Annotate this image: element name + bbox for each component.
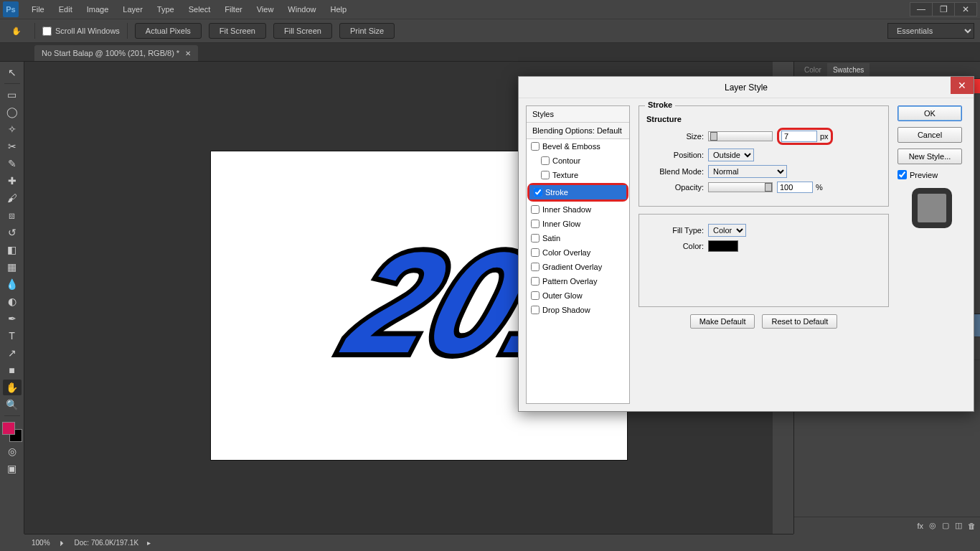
- position-select[interactable]: Outside: [708, 149, 754, 161]
- dialog-titlebar[interactable]: Layer Style ✕: [519, 77, 974, 98]
- menu-help[interactable]: Help: [323, 2, 354, 17]
- opacity-slider[interactable]: [708, 182, 773, 192]
- menu-view[interactable]: View: [250, 2, 281, 17]
- eraser-tool-icon[interactable]: ◧: [3, 242, 22, 258]
- gradient-overlay-item[interactable]: Gradient Overlay: [527, 260, 629, 274]
- inner-glow-item[interactable]: Inner Glow: [527, 217, 629, 231]
- foreground-color[interactable]: [2, 422, 15, 435]
- inner-shadow-item[interactable]: Inner Shadow: [527, 202, 629, 217]
- stroke-section-title: Stroke: [645, 100, 675, 109]
- color-label: Color:: [646, 242, 704, 250]
- trash-icon[interactable]: 🗑: [968, 522, 976, 530]
- fill-fieldset: Fill Type: Color Color:: [639, 214, 889, 307]
- menu-layer[interactable]: Layer: [116, 2, 150, 17]
- menu-window[interactable]: Window: [281, 2, 323, 17]
- document-tab-title: No Start Balap @ 100% (201, RGB/8) *: [42, 49, 179, 57]
- make-default-button[interactable]: Make Default: [690, 314, 755, 329]
- status-expand-icon[interactable]: ⏵: [59, 539, 66, 547]
- color-tab[interactable]: Color: [798, 63, 827, 77]
- opacity-unit: %: [816, 183, 823, 192]
- quickmask-icon[interactable]: ◎: [3, 443, 22, 459]
- contour-item[interactable]: Contour: [527, 154, 629, 168]
- screenmode-icon[interactable]: ▣: [3, 461, 22, 476]
- history-brush-tool-icon[interactable]: ↺: [3, 225, 22, 240]
- blend-mode-label: Blend Mode:: [646, 167, 704, 176]
- blending-options-item[interactable]: Blending Options: Default: [527, 123, 629, 139]
- mask-icon[interactable]: ◎: [929, 521, 936, 530]
- size-slider[interactable]: [708, 131, 773, 141]
- blend-mode-select[interactable]: Normal: [708, 165, 787, 178]
- menu-file[interactable]: File: [24, 2, 52, 17]
- stroke-color-swatch[interactable]: [708, 240, 738, 252]
- menu-select[interactable]: Select: [182, 2, 218, 17]
- menu-edit[interactable]: Edit: [52, 2, 80, 17]
- zoom-level[interactable]: 100%: [32, 539, 50, 547]
- blur-tool-icon[interactable]: 💧: [3, 276, 22, 292]
- opacity-input[interactable]: [777, 182, 813, 193]
- lasso-tool-icon[interactable]: ◯: [3, 104, 22, 120]
- cancel-button[interactable]: Cancel: [897, 127, 962, 143]
- dialog-title-text: Layer Style: [725, 83, 768, 93]
- maximize-button[interactable]: ❐: [932, 2, 955, 17]
- menubar: Ps File Edit Image Layer Type Select Fil…: [0, 0, 980, 19]
- gradient-tool-icon[interactable]: ▦: [3, 259, 22, 275]
- layer-style-dialog: Layer Style ✕ Styles Blending Options: D…: [518, 76, 974, 412]
- crop-tool-icon[interactable]: ✂: [3, 138, 22, 154]
- dodge-tool-icon[interactable]: ◐: [3, 293, 22, 309]
- print-size-button[interactable]: Print Size: [339, 23, 395, 39]
- hand-tool-icon[interactable]: ✋: [3, 380, 22, 395]
- color-overlay-item[interactable]: Color Overlay: [527, 245, 629, 260]
- satin-item[interactable]: Satin: [527, 231, 629, 245]
- status-menu-icon[interactable]: ▸: [147, 539, 151, 547]
- shape-tool-icon[interactable]: ■: [3, 362, 22, 378]
- bevel-emboss-item[interactable]: Bevel & Emboss: [527, 139, 629, 154]
- pattern-overlay-item[interactable]: Pattern Overlay: [527, 274, 629, 288]
- folder-icon[interactable]: ▢: [942, 521, 949, 530]
- type-tool-icon[interactable]: T: [3, 328, 22, 344]
- eyedropper-tool-icon[interactable]: ✎: [3, 156, 22, 171]
- fill-type-label: Fill Type:: [646, 226, 704, 235]
- zoom-tool-icon[interactable]: 🔍: [3, 397, 22, 413]
- color-swatches[interactable]: [2, 422, 22, 442]
- swatches-tab[interactable]: Swatches: [827, 63, 870, 77]
- workspace-switcher[interactable]: Essentials: [887, 23, 974, 39]
- drop-shadow-item[interactable]: Drop Shadow: [527, 303, 629, 317]
- brush-tool-icon[interactable]: 🖌: [3, 190, 22, 206]
- new-layer-icon[interactable]: ◫: [955, 521, 962, 530]
- document-tab[interactable]: No Start Balap @ 100% (201, RGB/8) * ✕: [34, 45, 198, 61]
- size-input[interactable]: [781, 131, 817, 142]
- move-tool-icon[interactable]: ↖: [3, 65, 22, 80]
- stamp-tool-icon[interactable]: ⧇: [3, 207, 22, 223]
- fx-icon[interactable]: fx: [917, 522, 923, 530]
- fill-type-select[interactable]: Color: [708, 224, 746, 237]
- fit-screen-button[interactable]: Fit Screen: [209, 23, 266, 39]
- document-tab-close-icon[interactable]: ✕: [185, 50, 191, 57]
- close-button[interactable]: ✕: [954, 2, 977, 17]
- marquee-tool-icon[interactable]: ▭: [3, 87, 22, 103]
- actual-pixels-button[interactable]: Actual Pixels: [135, 23, 202, 39]
- dialog-close-button[interactable]: ✕: [951, 77, 974, 94]
- pen-tool-icon[interactable]: ✒: [3, 311, 22, 326]
- minimize-button[interactable]: —: [910, 2, 933, 17]
- outer-glow-item[interactable]: Outer Glow: [527, 288, 629, 303]
- ok-button[interactable]: OK: [897, 105, 962, 121]
- menu-image[interactable]: Image: [80, 2, 116, 17]
- new-style-button[interactable]: New Style...: [897, 149, 962, 164]
- doc-size: Doc: 706.0K/197.1K: [75, 539, 139, 547]
- healing-tool-icon[interactable]: ✚: [3, 173, 22, 189]
- wand-tool-icon[interactable]: ✧: [3, 121, 22, 137]
- path-tool-icon[interactable]: ↗: [3, 345, 22, 361]
- reset-default-button[interactable]: Reset to Default: [762, 314, 837, 329]
- menu-type[interactable]: Type: [150, 2, 182, 17]
- scroll-all-windows-checkbox[interactable]: Scroll All Windows: [42, 27, 120, 36]
- preview-checkbox[interactable]: Preview: [897, 170, 966, 179]
- styles-header[interactable]: Styles: [527, 106, 629, 123]
- stroke-item[interactable]: Stroke: [529, 185, 626, 199]
- opacity-label: Opacity:: [646, 183, 704, 192]
- dialog-button-column: OK Cancel New Style... Preview: [897, 105, 966, 404]
- fill-screen-button[interactable]: Fill Screen: [273, 23, 332, 39]
- menu-filter[interactable]: Filter: [217, 2, 249, 17]
- styles-list: Styles Blending Options: Default Bevel &…: [526, 105, 630, 404]
- layers-footer: fx ◎ ▢ ◫ 🗑: [794, 517, 980, 534]
- texture-item[interactable]: Texture: [527, 168, 629, 182]
